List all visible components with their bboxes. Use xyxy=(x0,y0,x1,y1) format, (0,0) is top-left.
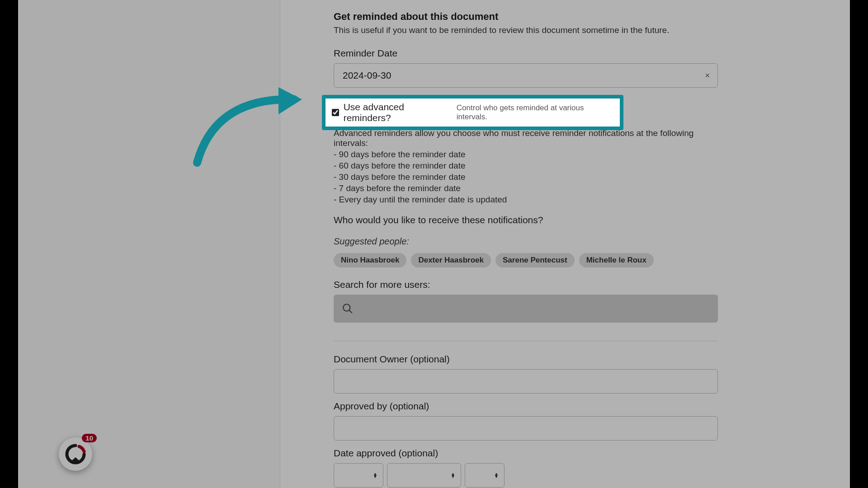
svg-line-1 xyxy=(349,310,352,313)
chevron-updown-icon: ▲▼ xyxy=(451,473,455,478)
interval-line: - 7 days before the reminder date xyxy=(334,183,718,193)
date-approved-day-select[interactable]: ▲▼ xyxy=(334,463,383,488)
interval-line: - 30 days before the reminder date xyxy=(334,172,718,182)
sidebar-blank xyxy=(18,0,280,488)
svg-point-0 xyxy=(343,304,350,311)
advanced-reminders-checkbox[interactable] xyxy=(332,109,339,116)
person-chip[interactable]: Dexter Haasbroek xyxy=(411,253,491,267)
advanced-reminders-description: Advanced reminders allow you choose who … xyxy=(334,128,718,148)
document-owner-input[interactable] xyxy=(334,369,718,394)
search-users-input[interactable] xyxy=(334,295,718,323)
approved-by-input[interactable] xyxy=(334,416,718,441)
clear-date-icon[interactable]: × xyxy=(705,71,710,80)
advanced-reminders-highlight: Use advanced reminders? Control who gets… xyxy=(322,95,623,130)
chat-badge-count: 10 xyxy=(82,434,97,442)
person-chip[interactable]: Nino Haasbroek xyxy=(334,253,406,267)
who-receives-label: Who would you like to receive these noti… xyxy=(334,215,718,225)
suggested-people-label: Suggested people: xyxy=(334,236,718,247)
date-approved-year-select[interactable]: ▲▼ xyxy=(465,463,505,488)
reminder-date-input[interactable] xyxy=(334,63,718,88)
date-approved-select-row: ▲▼ ▲▼ ▲▼ xyxy=(334,463,718,488)
search-users-label: Search for more users: xyxy=(334,279,718,290)
interval-line: - 60 days before the reminder date xyxy=(334,161,718,171)
document-settings-panel: Get reminded about this document This is… xyxy=(280,0,850,488)
interval-line: - Every day until the reminder date is u… xyxy=(334,195,718,205)
chat-logo-icon xyxy=(65,444,86,465)
suggested-people-row: Nino Haasbroek Dexter Haasbroek Sarene P… xyxy=(334,253,718,267)
section-divider xyxy=(334,341,718,341)
document-owner-label: Document Owner (optional) xyxy=(334,354,718,365)
approved-by-label: Approved by (optional) xyxy=(334,401,718,412)
chat-widget-button[interactable]: 10 xyxy=(59,437,92,471)
date-approved-label: Date approved (optional) xyxy=(334,448,718,459)
interval-line: - 90 days before the reminder date xyxy=(334,150,718,160)
chevron-updown-icon: ▲▼ xyxy=(373,473,377,478)
reminder-date-label: Reminder Date xyxy=(334,48,718,59)
person-chip[interactable]: Michelle le Roux xyxy=(579,253,654,267)
person-chip[interactable]: Sarene Pentecust xyxy=(495,253,575,267)
search-icon xyxy=(342,303,354,314)
reminder-section-description: This is useful if you want to be reminde… xyxy=(334,25,718,35)
chevron-updown-icon: ▲▼ xyxy=(494,473,499,478)
svg-marker-2 xyxy=(71,457,80,462)
advanced-reminders-hint: Control who gets reminded at various int… xyxy=(457,103,613,122)
reminder-section-title: Get reminded about this document xyxy=(334,11,718,23)
date-approved-month-select[interactable]: ▲▼ xyxy=(387,463,461,488)
advanced-reminders-label: Use advanced reminders? xyxy=(344,102,452,123)
